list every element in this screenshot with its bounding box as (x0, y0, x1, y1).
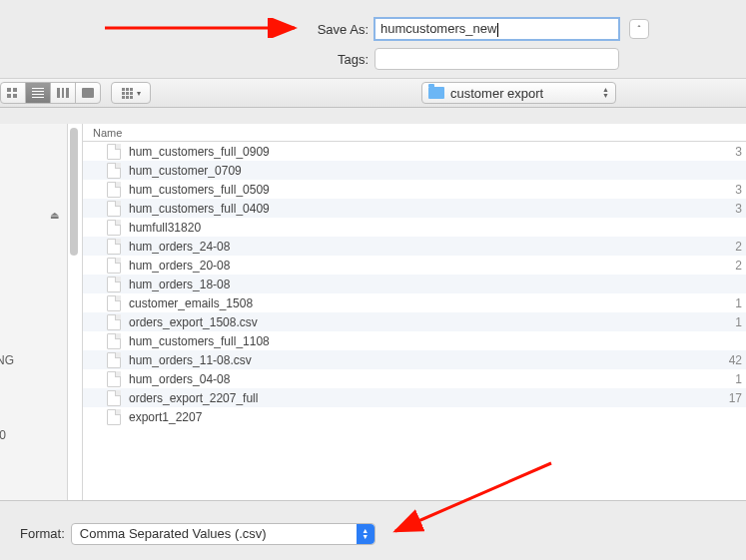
location-popup[interactable]: customer export ▲▼ (421, 82, 616, 104)
file-row[interactable]: hum_orders_20-082 (83, 256, 746, 275)
save-as-input[interactable]: humcustomers_new (374, 18, 619, 40)
file-meta: 3 (735, 183, 742, 197)
file-row[interactable]: hum_customer_0709 (83, 161, 746, 180)
grid-icon (7, 88, 19, 98)
file-name: hum_customers_full_0509 (129, 183, 270, 197)
file-row[interactable]: export1_2207 (83, 407, 746, 426)
file-meta: 17 (729, 391, 742, 405)
file-icon (107, 144, 121, 160)
browser-toolbar: ▾ customer export ▲▼ (0, 78, 746, 108)
arrange-icon (122, 88, 134, 98)
coverflow-icon (82, 88, 94, 98)
file-name: hum_orders_04-08 (129, 372, 230, 386)
file-row[interactable]: hum_customers_full_09093 (83, 142, 746, 161)
file-row[interactable]: hum_orders_11-08.csv42 (83, 350, 746, 369)
file-icon (107, 182, 121, 198)
file-meta: 3 (735, 202, 742, 216)
file-name: customer_emails_1508 (129, 296, 253, 310)
stepper-icon: ▲▼ (602, 87, 609, 99)
file-icon (107, 390, 121, 406)
file-browser: ID ⏏ BLING : 020 Name hum_customers_full… (0, 124, 746, 500)
eject-icon[interactable]: ⏏ (50, 210, 59, 221)
expand-button[interactable]: ˆ (629, 19, 649, 39)
file-row[interactable]: hum_customers_full_04093 (83, 199, 746, 218)
file-name: hum_customers_full_0909 (129, 145, 270, 159)
file-icon (107, 258, 121, 274)
format-value: Comma Separated Values (.csv) (80, 526, 267, 541)
view-columns-button[interactable] (50, 82, 76, 104)
file-row[interactable]: hum_orders_24-082 (83, 237, 746, 256)
view-coverflow-button[interactable] (75, 82, 101, 104)
chevron-down-icon: ▾ (137, 89, 141, 98)
file-name: hum_customers_full_0409 (129, 202, 270, 216)
view-icons-button[interactable] (0, 82, 26, 104)
text-cursor (497, 23, 498, 37)
file-name: export1_2207 (129, 410, 202, 424)
file-icon (107, 371, 121, 387)
file-icon (107, 277, 121, 292)
save-dialog: Save As: humcustomers_new ˆ Tags: (0, 0, 746, 560)
file-meta: 2 (735, 259, 742, 273)
select-arrows-icon: ▲▼ (357, 524, 374, 544)
file-icon (107, 201, 121, 217)
file-row[interactable]: orders_export_1508.csv1 (83, 312, 746, 331)
file-row[interactable]: hum_orders_04-081 (83, 369, 746, 388)
file-icon (107, 163, 121, 179)
file-name: hum_orders_20-08 (129, 259, 230, 273)
file-icon (107, 220, 121, 236)
file-icon (107, 314, 121, 330)
file-icon (107, 352, 121, 368)
file-icon (107, 409, 121, 425)
format-bar: Format: Comma Separated Values (.csv) ▲▼ (0, 500, 746, 560)
sidebar-item[interactable]: BLING (0, 353, 14, 367)
file-name: hum_orders_11-08.csv (129, 353, 252, 367)
chevron-up-icon: ˆ (638, 24, 641, 34)
file-name: hum_orders_24-08 (129, 240, 230, 254)
file-icon (107, 333, 121, 349)
sidebar-scrollbar[interactable] (70, 128, 78, 256)
column-header-name[interactable]: Name (83, 124, 746, 142)
view-mode-group (0, 82, 101, 104)
file-icon (107, 239, 121, 255)
columns-icon (57, 88, 69, 98)
file-name: hum_customers_full_1108 (129, 334, 270, 348)
file-name: orders_export_1508.csv (129, 315, 258, 329)
file-row[interactable]: humfull31820 (83, 218, 746, 237)
file-meta: 3 (735, 145, 742, 159)
file-list[interactable]: hum_customers_full_09093hum_customer_070… (83, 142, 746, 500)
sidebar-item[interactable]: 020 (0, 428, 6, 442)
file-row[interactable]: hum_orders_18-08 (83, 275, 746, 293)
file-name: humfull31820 (129, 221, 201, 235)
sidebar[interactable]: ID ⏏ BLING : 020 (0, 124, 68, 500)
arrange-menu[interactable]: ▾ (111, 82, 151, 104)
filename-area: Save As: humcustomers_new ˆ Tags: (0, 0, 746, 70)
file-name: hum_customer_0709 (129, 164, 242, 178)
file-name: hum_orders_18-08 (129, 278, 230, 291)
file-row[interactable]: orders_export_2207_full17 (83, 388, 746, 407)
save-as-value: humcustomers_new (380, 21, 496, 36)
format-select[interactable]: Comma Separated Values (.csv) ▲▼ (71, 523, 375, 545)
file-pane: Name hum_customers_full_09093hum_custome… (82, 124, 746, 500)
file-meta: 42 (729, 353, 742, 367)
format-label: Format: (20, 526, 65, 541)
save-as-label: Save As: (0, 22, 374, 37)
file-meta: 1 (735, 372, 742, 386)
tags-label: Tags: (0, 52, 374, 67)
folder-icon (428, 87, 444, 99)
file-meta: 1 (735, 315, 742, 329)
list-icon (32, 88, 44, 98)
file-meta: 1 (735, 296, 742, 310)
tags-input[interactable] (374, 48, 619, 70)
file-row[interactable]: customer_emails_15081 (83, 293, 746, 312)
location-name: customer export (450, 86, 543, 101)
file-icon (107, 295, 121, 311)
file-meta: 2 (735, 240, 742, 254)
view-list-button[interactable] (25, 82, 51, 104)
file-row[interactable]: hum_customers_full_05093 (83, 180, 746, 199)
file-name: orders_export_2207_full (129, 391, 258, 405)
file-row[interactable]: hum_customers_full_1108 (83, 331, 746, 350)
